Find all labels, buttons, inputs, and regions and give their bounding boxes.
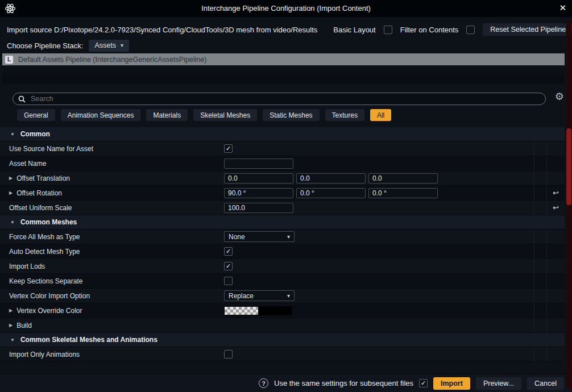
subsequent-files-label: Use the same settings for subsequent fil… [274,379,413,387]
basic-layout-checkbox[interactable] [384,26,392,34]
offset-rotation-y-input[interactable] [296,188,366,198]
import-button[interactable]: Import [433,377,470,390]
dropdown-value: Replace [229,292,254,300]
choose-pipeline-stack-label: Choose Pipeline Stack: [7,41,83,50]
property-row: ▶ Offset Translation [0,171,565,186]
tab-animation-sequences[interactable]: Animation Sequences [61,109,141,121]
search-input[interactable] [30,94,540,103]
use-source-name-checkbox[interactable]: ✓ [224,144,233,153]
property-row: Import Lods ✓ [0,259,565,274]
chevron-down-icon: ▾ [287,234,290,240]
force-all-mesh-as-type-dropdown[interactable]: None ▾ [224,231,295,242]
tab-all[interactable]: All [370,109,391,121]
import-only-animations-checkbox[interactable] [224,350,233,358]
property-label: Force All Mesh as Type [9,233,80,241]
section-expanded-icon: ▼ [10,220,15,225]
filter-on-contents-checkbox[interactable] [466,26,475,34]
help-icon[interactable]: ? [259,378,268,388]
tab-static-meshes[interactable]: Static Meshes [263,109,319,121]
check-icon: ✓ [226,145,231,152]
category-tabs: General Animation Sequences Materials Sk… [17,109,391,121]
color-alpha-checker [225,307,258,315]
vertical-scrollbar[interactable] [566,20,571,389]
grid-column [534,244,546,258]
titlebar: Interchange Pipeline Configuration (Impo… [0,0,572,17]
grid-column [534,274,546,288]
preview-button[interactable]: Preview... [476,377,521,390]
section-title: Common [20,130,50,138]
pipeline-item-label: Default Assets Pipeline (InterchangeGene… [18,56,206,64]
reset-cell [546,171,565,185]
property-row: Offset Uniform Scale ↩ [0,201,565,215]
property-label: Vertex Color Import Option [9,292,90,300]
property-label: Asset Name [9,160,46,168]
subsequent-files-checkbox[interactable]: ✓ [419,379,428,387]
offset-uniform-scale-input[interactable] [224,203,293,213]
section-header-common-meshes[interactable]: ▼ Common Meshes [0,215,565,230]
offset-rotation-z-input[interactable] [368,188,438,198]
window-title: Interchange Pipeline Configuration (Impo… [0,4,572,12]
section-title: Common Meshes [20,218,77,226]
grid-column [534,156,546,170]
reset-selected-pipeline-button[interactable]: Reset Selected Pipeline [483,23,572,36]
reset-cell [546,303,565,318]
reset-cell [546,289,565,303]
reset-cell: ↩ [546,186,565,200]
chevron-down-icon: ▾ [287,293,290,299]
property-label: Build [16,322,32,330]
property-row: Import Only Animations [0,347,565,362]
reset-to-default-icon[interactable]: ↩ [553,203,559,212]
vertex-color-import-option-dropdown[interactable]: Replace ▾ [224,290,295,301]
tab-materials[interactable]: Materials [146,109,188,121]
expander-icon[interactable]: ▶ [9,190,13,195]
import-lods-checkbox[interactable]: ✓ [224,262,233,270]
property-row: ▶ Offset Rotation ↩ [0,186,565,201]
offset-translation-z-input[interactable] [368,173,438,184]
grid-column [534,289,546,303]
footer-bar: ? Use the same settings for subsequent f… [0,374,572,392]
vertex-override-color-swatch[interactable] [224,306,292,315]
gear-icon[interactable]: ⚙ [555,91,564,102]
grid-column [534,186,546,200]
pipeline-stack-dropdown[interactable]: Assets ▾ [89,40,129,52]
cancel-button[interactable]: Cancel [527,377,564,390]
pipeline-stack-value: Assets [94,41,116,49]
check-icon: ✓ [421,380,426,387]
asset-name-input[interactable] [224,159,293,169]
tab-skeletal-meshes[interactable]: Skeletal Meshes [193,109,257,121]
property-row: ▶ Vertex Override Color [0,303,565,318]
section-header-common-skeletal[interactable]: ▼ Common Skeletal Meshes and Animations [0,333,565,347]
keep-sections-separate-checkbox[interactable] [224,277,233,285]
expander-icon[interactable]: ▶ [9,176,13,181]
property-label: Use Source Name for Asset [9,145,93,153]
section-header-common[interactable]: ▼ Common [0,127,565,141]
reset-cell [546,244,565,258]
offset-translation-y-input[interactable] [296,173,366,184]
property-row: Keep Sections Separate [0,274,565,289]
search-icon [18,95,26,103]
section-title: Common Skeletal Meshes and Animations [20,336,157,344]
expander-icon[interactable]: ▶ [9,308,13,313]
filter-on-contents-label: Filter on Contents [400,26,459,34]
property-row: Use Source Name for Asset ✓ [0,141,565,156]
offset-translation-x-input[interactable] [224,173,293,184]
close-icon[interactable]: ✕ [559,3,566,13]
property-row: Auto Detect Mesh Type ✓ [0,244,565,259]
grid-column [534,171,546,185]
expander-icon[interactable]: ▶ [9,323,13,328]
grid-column [534,230,546,244]
property-label: Auto Detect Mesh Type [9,248,80,256]
interchange-pipeline-dialog: Interchange Pipeline Configuration (Impo… [0,0,572,392]
pipeline-list-item-selected[interactable]: L Default Assets Pipeline (InterchangeGe… [2,53,565,65]
tab-textures[interactable]: Textures [325,109,364,121]
scrollbar-thumb[interactable] [566,128,571,205]
offset-rotation-x-input[interactable] [224,188,293,198]
reset-cell [546,156,565,170]
property-row: Vertex Color Import Option Replace ▾ [0,289,565,303]
auto-detect-mesh-type-checkbox[interactable]: ✓ [224,247,233,256]
search-bar[interactable] [13,93,546,105]
reset-to-default-icon[interactable]: ↩ [553,189,559,197]
section-expanded-icon: ▼ [10,132,15,137]
tab-general[interactable]: General [17,109,55,121]
reset-cell [546,347,565,361]
